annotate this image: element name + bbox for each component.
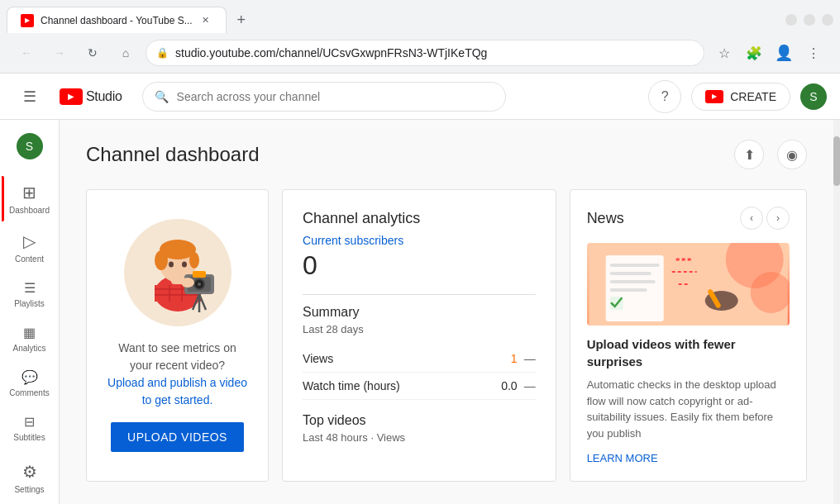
header-search: 🔍 bbox=[142, 82, 506, 112]
sidebar-label-settings: Settings bbox=[14, 485, 44, 494]
svg-point-12 bbox=[169, 262, 174, 268]
sidebar-item-comments[interactable]: 💬 Comments bbox=[2, 363, 58, 404]
sidebar-item-settings[interactable]: ⚙ Settings bbox=[2, 455, 58, 501]
user-avatar[interactable]: S bbox=[800, 83, 827, 110]
sidebar-label-analytics: Analytics bbox=[12, 344, 45, 353]
active-tab[interactable]: Channel dashboard - YouTube S... ✕ bbox=[7, 7, 227, 33]
svg-rect-29 bbox=[609, 272, 651, 275]
views-count: 1 bbox=[511, 352, 518, 365]
profile-icon[interactable]: 👤 bbox=[771, 40, 797, 66]
go-live-button[interactable]: ◉ bbox=[777, 140, 807, 169]
watchtime-value: 0.0 — bbox=[501, 379, 535, 392]
svg-point-26 bbox=[750, 272, 790, 313]
page-header: Channel dashboard ⬆ ◉ bbox=[86, 140, 807, 169]
tab-close-button[interactable]: ✕ bbox=[199, 14, 212, 27]
learn-more-link[interactable]: LEARN MORE bbox=[587, 452, 658, 464]
svg-rect-19 bbox=[193, 271, 206, 278]
sidebar-label-subtitles: Subtitles bbox=[13, 433, 45, 442]
subscribers-label[interactable]: Current subscribers bbox=[303, 234, 536, 247]
sidebar-item-dashboard[interactable]: ⊞ Dashboard bbox=[2, 176, 58, 221]
header-actions: ? CREATE S bbox=[648, 80, 827, 113]
divider bbox=[303, 294, 536, 295]
subscribers-count: 0 bbox=[303, 250, 536, 281]
news-header: News ‹ › bbox=[587, 207, 790, 230]
news-image bbox=[587, 243, 790, 326]
dashboard-icon: ⊞ bbox=[22, 183, 36, 202]
sidebar-item-subtitles[interactable]: ⊟ Subtitles bbox=[2, 407, 58, 449]
create-video-icon bbox=[705, 90, 723, 103]
svg-point-18 bbox=[198, 283, 201, 286]
svg-rect-30 bbox=[609, 280, 655, 283]
close-window-button[interactable] bbox=[822, 14, 833, 26]
help-button[interactable]: ? bbox=[648, 80, 681, 113]
analytics-icon: ▦ bbox=[23, 325, 36, 340]
news-navigation: ‹ › bbox=[740, 207, 790, 230]
svg-rect-28 bbox=[609, 264, 659, 267]
svg-point-13 bbox=[182, 262, 187, 268]
search-icon: 🔍 bbox=[155, 90, 169, 103]
tab-favicon bbox=[21, 14, 34, 27]
news-prev-button[interactable]: ‹ bbox=[740, 207, 763, 230]
home-button[interactable]: ⌂ bbox=[112, 40, 139, 66]
live-icon: ◉ bbox=[786, 147, 798, 163]
subtitles-icon: ⊟ bbox=[24, 414, 35, 430]
svg-point-11 bbox=[189, 252, 199, 269]
upload-videos-button[interactable]: UPLOAD VIDEOS bbox=[111, 422, 244, 452]
sidebar-item-content[interactable]: ▷ Content bbox=[2, 225, 58, 270]
address-bar[interactable]: 🔒 studio.youtube.com/channel/UCsvGxwpnFR… bbox=[146, 40, 704, 66]
upload-card-text: Want to see metrics on your recent video… bbox=[107, 340, 248, 409]
sidebar-avatar: S bbox=[17, 133, 43, 159]
news-next-button[interactable]: › bbox=[766, 207, 790, 230]
news-title: News bbox=[587, 210, 624, 227]
nav-actions: ☆ 🧩 👤 ⋮ bbox=[711, 40, 827, 66]
upload-button[interactable]: ⬆ bbox=[734, 140, 764, 169]
hamburger-menu[interactable]: ☰ bbox=[13, 80, 46, 113]
watchtime-label: Watch time (hours) bbox=[303, 379, 400, 392]
logo-area: Studio bbox=[60, 88, 122, 105]
upload-card-link[interactable]: Upload and publish a video to get starte… bbox=[107, 376, 247, 407]
new-tab-button[interactable]: + bbox=[230, 8, 253, 31]
upload-icon: ⬆ bbox=[744, 147, 755, 163]
views-value: 1 — bbox=[511, 352, 536, 365]
sidebar-avatar-item[interactable]: S bbox=[2, 126, 58, 169]
studio-label: Studio bbox=[86, 89, 122, 104]
extensions-button[interactable]: 🧩 bbox=[741, 40, 767, 66]
back-button[interactable]: ← bbox=[13, 40, 40, 66]
youtube-logo[interactable]: Studio bbox=[60, 88, 122, 105]
forward-button[interactable]: → bbox=[46, 40, 73, 66]
news-card: News ‹ › bbox=[570, 189, 807, 482]
app-body: S ⊞ Dashboard ▷ Content ☰ Playlists ▦ An… bbox=[0, 120, 840, 504]
svg-point-10 bbox=[155, 250, 168, 270]
page-header-actions: ⬆ ◉ bbox=[734, 140, 807, 169]
views-metric-row: Views 1 — bbox=[303, 345, 536, 373]
create-button[interactable]: CREATE bbox=[691, 83, 790, 111]
search-box[interactable]: 🔍 bbox=[142, 82, 506, 112]
tab-bar: Channel dashboard - YouTube S... ✕ + bbox=[0, 0, 840, 33]
tab-title: Channel dashboard - YouTube S... bbox=[41, 15, 193, 26]
url-text: studio.youtube.com/channel/UCsvGxwpnFRsN… bbox=[175, 46, 694, 59]
minimize-button[interactable] bbox=[785, 14, 797, 26]
sidebar-label-comments: Comments bbox=[9, 388, 49, 397]
playlists-icon: ☰ bbox=[24, 280, 36, 296]
search-input[interactable] bbox=[177, 90, 494, 103]
reload-button[interactable]: ↻ bbox=[79, 40, 106, 66]
bookmarks-button[interactable]: ☆ bbox=[711, 40, 737, 66]
dashboard-grid: Want to see metrics on your recent video… bbox=[86, 189, 807, 482]
comments-icon: 💬 bbox=[21, 369, 38, 385]
sidebar-item-analytics[interactable]: ▦ Analytics bbox=[2, 318, 58, 359]
maximize-button[interactable] bbox=[804, 14, 815, 26]
scrollbar-thumb[interactable] bbox=[833, 136, 840, 186]
scrollbar[interactable] bbox=[833, 120, 840, 504]
illustration bbox=[124, 219, 231, 326]
sidebar: S ⊞ Dashboard ▷ Content ☰ Playlists ▦ An… bbox=[0, 120, 60, 504]
sidebar-item-playlists[interactable]: ☰ Playlists bbox=[2, 273, 58, 315]
settings-icon: ⚙ bbox=[22, 462, 37, 482]
main-content: Channel dashboard ⬆ ◉ bbox=[60, 120, 833, 504]
top-videos-period: Last 48 hours · Views bbox=[303, 431, 536, 444]
yt-play-icon bbox=[60, 88, 83, 105]
menu-button[interactable]: ⋮ bbox=[800, 40, 827, 66]
content-icon: ▷ bbox=[23, 231, 36, 251]
upload-card: Want to see metrics on your recent video… bbox=[86, 189, 269, 482]
sidebar-label-dashboard: Dashboard bbox=[9, 206, 50, 215]
watchtime-metric-row: Watch time (hours) 0.0 — bbox=[303, 373, 536, 400]
